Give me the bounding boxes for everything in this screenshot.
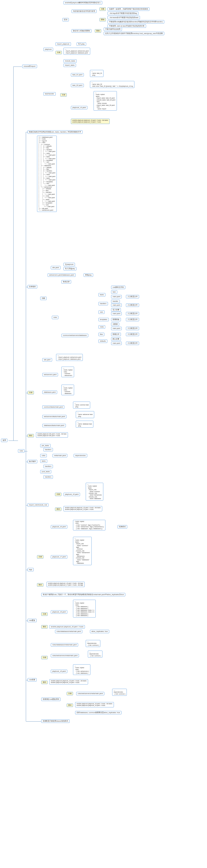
- siteyaml-ex[interactable]: site.yaml: [42, 358, 52, 362]
- rwsm[interactable]: roles/webservers/meta/main.yaml: [51, 654, 79, 657]
- wstmain[interactable]: webservers/tasks/main.yaml: [42, 415, 66, 418]
- handlers[interactable]: handlers: [98, 302, 108, 305]
- 示例-dup[interactable]: 示例: [41, 613, 47, 616]
- task-handler[interactable]: task/handler: [43, 92, 56, 96]
- 限制5: 不能与循环结合使用: [104, 28, 122, 31]
- meta[interactable]: meta: [98, 325, 105, 329]
- irir[interactable]: import_role/include_role: [28, 503, 48, 507]
- files[interactable]: files: [98, 333, 104, 336]
- rdbmeta2[interactable]: roles/databases/meta/main.yaml: [51, 643, 78, 647]
- 示例-dep[interactable]: 示例: [41, 656, 47, 659]
- 限制6: 在导入文件或角色中名称中不能使用inventory host_vars/grou…: [104, 32, 164, 35]
- 区别[interactable]: 区别: [63, 18, 69, 22]
- 限制1: --list-tags命令不能显示动态包含的tag: [107, 12, 138, 15]
- webservers.yaml: webservers.yaml: [42, 373, 58, 376]
- 测试-depdup[interactable]: 测试: [67, 704, 73, 707]
- root-node[interactable]: 复用: [1, 439, 7, 442]
- 目录[interactable]: 目录组织: [28, 285, 37, 288]
- pbv3[interactable]: playbook_v3.yaml: [71, 106, 88, 110]
- pbv7[interactable]: playbook_v7.yaml: [51, 555, 67, 559]
- task02[interactable]: task_02.yaml: [71, 84, 84, 87]
- roles子[interactable]: roles: [52, 316, 59, 319]
- pbv8[interactable]: playbook_v8.yaml: [51, 610, 67, 614]
- 导入其他play: 导入其他play: [64, 267, 76, 270]
- task01[interactable]: task_01.yaml: [71, 73, 84, 76]
- pbv6[interactable]: playbook_v6.yaml: [51, 525, 67, 528]
- title-top: ansible在playbook解析时间预处理所有静态导入: [64, 1, 102, 4]
- 功能[interactable]: 功能: [40, 297, 46, 300]
- 导入play: 导入play: [77, 42, 86, 46]
- defaults[interactable]: defaults: [98, 340, 107, 343]
- mainyaml-defaults: main.yaml: [111, 342, 122, 345]
- tasks[interactable]: tasks: [98, 293, 105, 297]
- tags[interactable]: tags: [28, 568, 34, 571]
- entry-files: 入口配置文件: [126, 333, 139, 336]
- handlers3[interactable]: handlers: [43, 475, 53, 479]
- post_tasks[interactable]: post_tasks: [40, 470, 51, 473]
- role依赖[interactable]: role依赖: [28, 678, 37, 682]
- 示例-ir[interactable]: 示例: [55, 493, 61, 496]
- mindmap-canvas: ansible在playbook解析时间预处理所有静态导入 复用 区别 动态包含…: [0, 0, 207, 868]
- 测试-tags[interactable]: 测试: [37, 583, 43, 587]
- import_playbook[interactable]: import_playbook: [56, 42, 71, 46]
- include-import[interactable]: include和import: [22, 65, 37, 68]
- mainyaml-handlers: main.yaml: [111, 304, 122, 307]
- entry-tpl: 入口配置文件: [126, 318, 139, 321]
- 限制-static[interactable]: 限制: [95, 29, 101, 33]
- 依赖重复[interactable]: 依赖满足role重复原则: [41, 698, 61, 701]
- handler-label: handler: [111, 300, 120, 303]
- 示例-depdup[interactable]: 示例: [67, 692, 73, 695]
- pbv9[interactable]: playbook_v9.yaml: [51, 670, 67, 673]
- tasks-order[interactable]: tasks: [40, 459, 47, 463]
- include_tasks[interactable]: include_tasks: [64, 59, 77, 63]
- pbv8-code: --- - hosts: mytest roles: - { role: dat…: [73, 600, 96, 618]
- pbv3-cmd: ansible-playbook playbook_v3.yaml -i hos…: [71, 119, 110, 124]
- 执行顺序[interactable]: 执行顺序: [28, 460, 37, 463]
- role重复[interactable]: role重复: [28, 619, 37, 622]
- pbv9-cmd: ansible-playbook playbook_v9.yaml -i hos…: [49, 679, 88, 684]
- handlers1[interactable]: handlers: [43, 448, 53, 452]
- entry-def: 入口配置文件: [126, 342, 139, 345]
- pbv5[interactable]: playbook_v5.yaml: [64, 493, 80, 496]
- templates[interactable]: templates: [98, 318, 109, 321]
- 示例-task[interactable]: 示例: [60, 93, 67, 97]
- 默认变量: 默认变量: [111, 337, 121, 341]
- mainyaml-vars: main.yaml: [111, 312, 122, 315]
- 测试-ir[interactable]: 测试: [55, 507, 61, 511]
- 测试[interactable]: 测试: [28, 434, 34, 437]
- rwsm2[interactable]: roles/webservers/meta/main.yaml: [76, 692, 104, 695]
- 此时: 此时databases, common都需要设置allow_duplicates…: [75, 711, 122, 714]
- siteyaml-fn[interactable]: site.yaml: [51, 266, 61, 269]
- roles-node[interactable]: roles: [18, 449, 25, 453]
- playbook-branch[interactable]: playbook: [43, 48, 53, 51]
- 静态导入[interactable]: 静态导入式预处理限制: [72, 29, 92, 33]
- 定义变量: 定义变量: [111, 308, 121, 311]
- roles-order[interactable]: roles: [40, 454, 47, 457]
- 测试-dep[interactable]: 测试: [41, 681, 47, 684]
- 示例pb-code: --- - import_playbook: webservers.yaml -…: [64, 48, 90, 55]
- 部署文件: 部署文件: [111, 333, 121, 336]
- 次数[interactable]: 次数: [100, 7, 106, 11]
- import_tasks[interactable]: import_tasks: [64, 64, 76, 67]
- pre_tasks[interactable]: pre_tasks: [40, 444, 50, 447]
- dbtmain[interactable]: databases/tasks/main.yaml: [42, 424, 66, 427]
- metamain: meta/main.yaml: [53, 454, 67, 457]
- allowdup: allow_duplicates: true: [90, 630, 109, 633]
- 限制-dynamic[interactable]: 限制: [100, 18, 106, 22]
- cwd[interactable]: common/webservers/databases: [61, 334, 88, 337]
- vars[interactable]: vars: [98, 310, 105, 314]
- wsdb[interactable]: webservers.yaml/databases.yaml: [47, 273, 75, 277]
- 测试-dup[interactable]: 测试: [41, 625, 47, 628]
- handlers2[interactable]: handlers: [43, 465, 53, 468]
- dbtask: --- - name: database task ping:: [76, 421, 93, 428]
- 主pb: 主playbook: [64, 263, 75, 266]
- pbv7-code: --- - hosts: mytest tasks: - import_role…: [73, 537, 92, 565]
- 示例-roles[interactable]: 示例: [28, 391, 34, 394]
- 示例-pb[interactable]: 示例: [56, 51, 62, 54]
- ws-code: --- - hosts: mytest roles: - common - we…: [61, 367, 74, 377]
- task02-code: --- - name: task_02 shell: echo "task_02…: [90, 81, 134, 88]
- ctmain[interactable]: common/tasks/main.yaml: [42, 405, 64, 409]
- 示例-tags[interactable]: 示例: [37, 555, 43, 559]
- 动态包含[interactable]: 动态包含是在运行时进行处理: [72, 9, 97, 13]
- rdbmeta[interactable]: roles/databases/meta/main.yaml: [55, 630, 82, 633]
